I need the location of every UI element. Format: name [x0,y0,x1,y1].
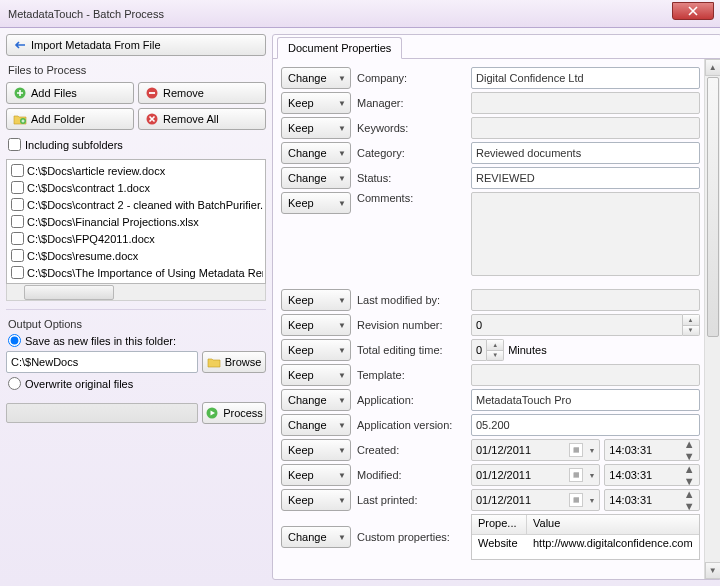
action-select-last_printed[interactable]: Keep▼ [281,489,351,511]
save-as-new-radio[interactable]: Save as new files in this folder: [8,334,266,347]
close-icon [688,6,698,16]
label-modified: Modified: [357,469,465,481]
value-template [471,364,700,386]
file-item[interactable]: C:\$Docs\The Importance of Using Metadat… [9,264,263,281]
tab-document-properties[interactable]: Document Properties [277,37,402,59]
output-options-label: Output Options [8,318,266,330]
property-row-custom: Change▼Custom properties:Prope...ValueWe… [281,514,700,560]
value-app_version[interactable]: 05.200 [471,414,700,436]
label-status: Status: [357,172,465,184]
scroll-thumb[interactable] [707,77,719,337]
properties-form: Change▼Company:Digital Confidence LtdKee… [273,59,704,579]
window-title: MetadataTouch - Batch Process [8,8,164,20]
action-select-application[interactable]: Change▼ [281,389,351,411]
title-bar: MetadataTouch - Batch Process [0,0,720,28]
action-select-revision[interactable]: Keep▼ [281,314,351,336]
label-last_printed: Last printed: [357,494,465,506]
right-panel: Document Properties Change▼Company:Digit… [272,34,720,580]
label-app_version: Application version: [357,419,465,431]
custom-properties-table[interactable]: Prope...ValueWebsitehttp://www.digitalco… [471,514,700,560]
minus-icon [145,86,159,100]
property-row-status: Change▼Status:REVIEWED [281,167,700,189]
action-select-keywords[interactable]: Keep▼ [281,117,351,139]
property-row-modified: Keep▼Modified:01/12/2011▦▼14:03:31▲▼ [281,464,700,486]
properties-vscroll[interactable]: ▲ ▼ [704,59,720,579]
property-row-keywords: Keep▼Keywords: [281,117,700,139]
file-item[interactable]: C:\$Docs\article review.docx [9,162,263,179]
add-folder-button[interactable]: Add Folder [6,108,134,130]
label-keywords: Keywords: [357,122,465,134]
property-row-comments: Keep▼Comments: [281,192,700,276]
action-select-custom[interactable]: Change▼ [281,526,351,548]
scroll-down-arrow[interactable]: ▼ [705,562,720,579]
property-row-app_version: Change▼Application version:05.200 [281,414,700,436]
action-select-comments[interactable]: Keep▼ [281,192,351,214]
output-path-input[interactable] [6,351,198,373]
value-keywords [471,117,700,139]
action-select-template[interactable]: Keep▼ [281,364,351,386]
property-row-created: Keep▼Created:01/12/2011▦▼14:03:31▲▼ [281,439,700,461]
property-row-company: Change▼Company:Digital Confidence Ltd [281,67,700,89]
overwrite-radio[interactable]: Overwrite original files [8,377,266,390]
label-company: Company: [357,72,465,84]
value-application[interactable]: MetadataTouch Pro [471,389,700,411]
value-company[interactable]: Digital Confidence Ltd [471,67,700,89]
property-row-template: Keep▼Template: [281,364,700,386]
folder-plus-icon [13,112,27,126]
file-item[interactable]: C:\$Docs\resume.docx [9,247,263,264]
include-subfolders-checkbox[interactable]: Including subfolders [8,138,266,151]
calendar-icon: ▦ [569,493,583,507]
action-select-category[interactable]: Change▼ [281,142,351,164]
file-list-hscroll[interactable] [6,284,266,301]
value-status[interactable]: REVIEWED [471,167,700,189]
import-arrow-icon [13,38,27,52]
remove-all-button[interactable]: Remove All [138,108,266,130]
spinner-edit_time: 0▲▼ [471,339,504,361]
label-edit_time: Total editing time: [357,344,465,356]
value-category[interactable]: Reviewed documents [471,142,700,164]
scroll-up-arrow[interactable]: ▲ [705,59,720,76]
action-select-edit_time[interactable]: Keep▼ [281,339,351,361]
action-select-last_mod_by[interactable]: Keep▼ [281,289,351,311]
process-button[interactable]: Process [202,402,266,424]
file-item[interactable]: C:\$Docs\Financial Projections.xlsx [9,213,263,230]
label-manager: Manager: [357,97,465,109]
import-label: Import Metadata From File [31,39,161,51]
remove-button[interactable]: Remove [138,82,266,104]
spinner-revision: 0▲▼ [471,314,700,336]
property-row-category: Change▼Category:Reviewed documents [281,142,700,164]
action-select-modified[interactable]: Keep▼ [281,464,351,486]
value-last_mod_by [471,289,700,311]
file-item[interactable]: C:\$Docs\contract 1.docx [9,179,263,196]
action-select-app_version[interactable]: Change▼ [281,414,351,436]
label-revision: Revision number: [357,319,465,331]
action-select-manager[interactable]: Keep▼ [281,92,351,114]
progress-bar [6,403,198,423]
action-select-status[interactable]: Change▼ [281,167,351,189]
action-select-company[interactable]: Change▼ [281,67,351,89]
file-item[interactable]: C:\$Docs\contract 2 - cleaned with Batch… [9,196,263,213]
close-button[interactable] [672,2,714,20]
left-panel: Import Metadata From File Files to Proce… [6,34,266,580]
browse-button[interactable]: Browse [202,351,266,373]
play-icon [205,406,219,420]
value-manager [471,92,700,114]
action-select-created[interactable]: Keep▼ [281,439,351,461]
property-row-edit_time: Keep▼Total editing time:0▲▼Minutes [281,339,700,361]
label-category: Category: [357,147,465,159]
file-list[interactable]: C:\$Docs\article review.docxC:\$Docs\con… [6,159,266,284]
label-application: Application: [357,394,465,406]
datetime-last_printed: 01/12/2011▦▼14:03:31▲▼ [471,489,700,511]
folder-icon [207,355,221,369]
plus-icon [13,86,27,100]
add-files-button[interactable]: Add Files [6,82,134,104]
value-comments [471,192,700,276]
datetime-modified: 01/12/2011▦▼14:03:31▲▼ [471,464,700,486]
label-custom: Custom properties: [357,531,465,543]
file-item[interactable]: C:\$Docs\FPQ42011.docx [9,230,263,247]
x-icon [145,112,159,126]
import-button[interactable]: Import Metadata From File [6,34,266,56]
files-to-process-label: Files to Process [8,64,266,76]
property-row-application: Change▼Application:MetadataTouch Pro [281,389,700,411]
label-created: Created: [357,444,465,456]
